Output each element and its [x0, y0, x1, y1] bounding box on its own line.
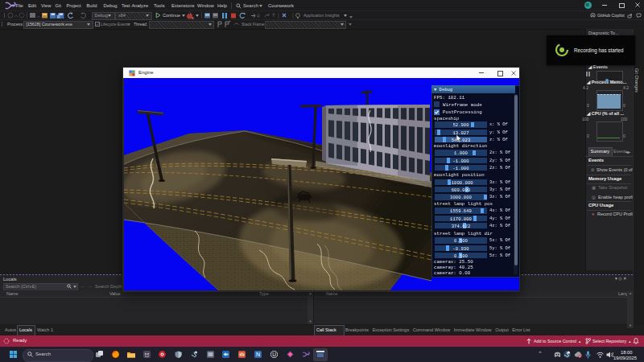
svg-text:U: U	[272, 352, 276, 357]
svg-text:N: N	[256, 352, 260, 357]
